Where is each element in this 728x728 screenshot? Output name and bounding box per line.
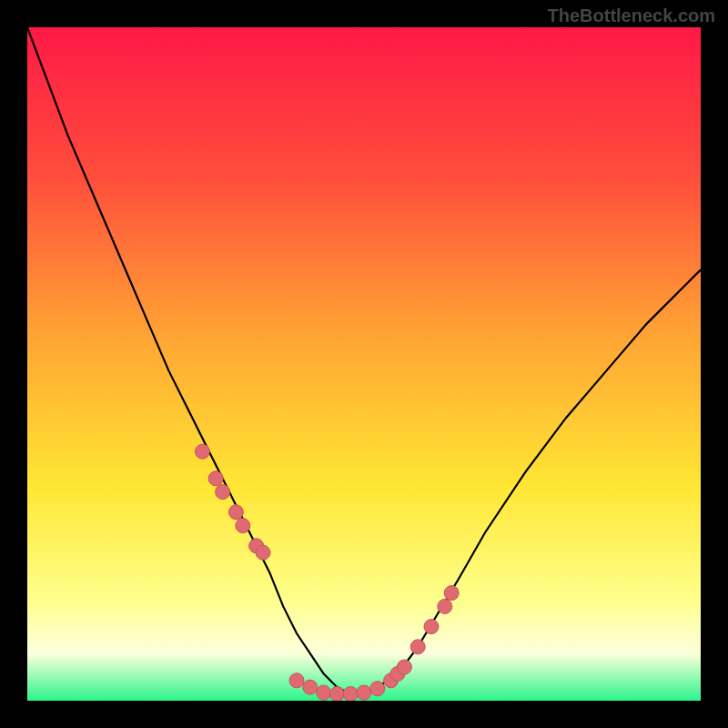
marker-point	[438, 599, 452, 613]
marker-point	[317, 685, 331, 700]
marker-point	[228, 505, 243, 520]
marker-point	[424, 620, 439, 634]
marker-point	[343, 687, 358, 701]
attribution-text: TheBottleneck.com	[548, 5, 715, 26]
marker-point	[195, 444, 209, 459]
marker-point	[236, 519, 250, 533]
plot-area	[27, 27, 701, 701]
marker-point	[256, 545, 270, 560]
marker-point	[216, 485, 230, 500]
marker-point	[397, 660, 411, 674]
marker-point	[444, 586, 459, 601]
gradient-background	[27, 27, 701, 701]
marker-point	[370, 682, 385, 696]
marker-point	[289, 673, 304, 688]
marker-point	[303, 680, 318, 694]
marker-point	[208, 471, 223, 486]
marker-point	[357, 685, 371, 700]
chart-svg	[27, 27, 701, 701]
marker-point	[410, 640, 425, 654]
chart-frame: TheBottleneck.com	[0, 0, 728, 728]
marker-point	[329, 687, 344, 701]
